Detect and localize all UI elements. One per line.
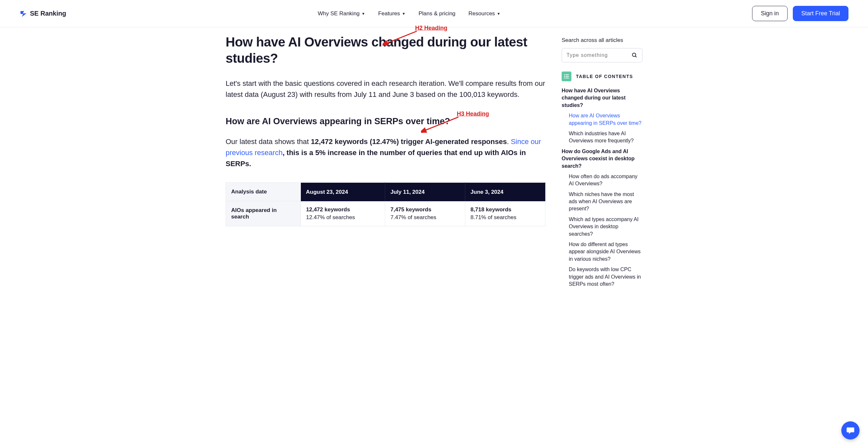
toc-item[interactable]: How do different ad types appear alongsi… — [569, 241, 642, 263]
svg-point-4 — [564, 74, 565, 75]
toc-list-icon — [562, 71, 571, 81]
toc-item[interactable]: How have AI Overviews changed during our… — [562, 87, 642, 109]
toc-item[interactable]: How often do ads accompany AI Overviews? — [569, 173, 642, 187]
site-header: SE Ranking Why SE Ranking▼ Features▼ Pla… — [0, 0, 868, 27]
sidebar: Search across all articles TABLE OF CONT… — [562, 27, 642, 291]
toc-list: How have AI Overviews changed during our… — [562, 87, 642, 288]
logo-icon — [20, 10, 27, 18]
logo[interactable]: SE Ranking — [20, 10, 66, 18]
table-col-header: June 3, 2024 — [465, 183, 545, 201]
nav-plans[interactable]: Plans & pricing — [418, 10, 455, 17]
svg-point-2 — [632, 53, 636, 57]
chevron-down-icon: ▼ — [402, 12, 406, 15]
table-cell: 8,718 keywords 8.71% of searches — [465, 201, 545, 226]
table-row: AIOs appeared in search 12,472 keywords … — [226, 201, 545, 226]
header-actions: Sign in Start Free Trial — [752, 6, 848, 21]
table-col-header: July 11, 2024 — [385, 183, 465, 201]
body-paragraph: Our latest data shows that 12,472 keywor… — [226, 136, 545, 169]
svg-line-3 — [635, 56, 637, 57]
search-label: Search across all articles — [562, 37, 642, 43]
table-header-analysis-date: Analysis date — [226, 183, 301, 201]
toc-item[interactable]: Which ad types accompany AI Overviews in… — [569, 216, 642, 238]
table-col-header: August 23, 2024 — [301, 183, 385, 201]
h3-heading: How are AI Overviews appearing in SERPs … — [226, 116, 545, 127]
svg-rect-7 — [565, 76, 569, 77]
toc-item[interactable]: How do Google Ads and AI Overviews coexi… — [562, 148, 642, 170]
table-row-header: AIOs appeared in search — [226, 201, 301, 226]
data-table: Analysis date August 23, 2024 July 11, 2… — [226, 182, 545, 226]
toc-item[interactable]: Which niches have the most ads when AI O… — [569, 191, 642, 213]
toc-header: TABLE OF CONTENTS — [562, 71, 642, 81]
search-input[interactable] — [566, 53, 632, 58]
intro-paragraph: Let's start with the basic questions cov… — [226, 78, 545, 100]
search-box[interactable] — [562, 48, 642, 62]
svg-rect-9 — [565, 78, 569, 78]
start-trial-button[interactable]: Start Free Trial — [793, 6, 848, 21]
nav-features[interactable]: Features▼ — [378, 10, 405, 17]
sign-in-button[interactable]: Sign in — [752, 6, 787, 21]
nav-why[interactable]: Why SE Ranking▼ — [318, 10, 365, 17]
chevron-down-icon: ▼ — [362, 12, 365, 15]
nav-resources[interactable]: Resources▼ — [468, 10, 500, 17]
toc-item[interactable]: How are AI Overviews appearing in SERPs … — [569, 112, 642, 127]
h2-heading: How have AI Overviews changed during our… — [226, 34, 545, 66]
main-nav: Why SE Ranking▼ Features▼ Plans & pricin… — [318, 10, 500, 17]
logo-text: SE Ranking — [30, 10, 66, 17]
chevron-down-icon: ▼ — [497, 12, 500, 15]
table-cell: 12,472 keywords 12.47% of searches — [301, 201, 385, 226]
toc-title: TABLE OF CONTENTS — [576, 74, 633, 79]
svg-rect-5 — [565, 74, 569, 75]
svg-point-6 — [564, 76, 565, 77]
toc-item[interactable]: Do keywords with low CPC trigger ads and… — [569, 266, 642, 288]
table-cell: 7,475 keywords 7.47% of searches — [385, 201, 465, 226]
toc-item[interactable]: Which industries have AI Overviews more … — [569, 130, 642, 145]
svg-point-8 — [564, 78, 565, 79]
article: How have AI Overviews changed during our… — [226, 27, 545, 226]
search-icon — [632, 53, 638, 58]
